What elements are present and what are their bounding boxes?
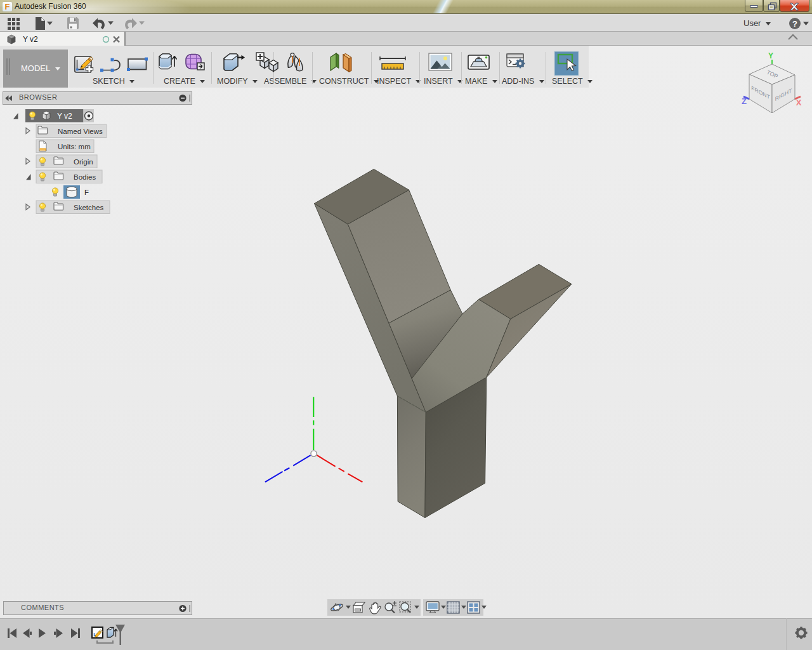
svg-text:Named Views: Named Views (58, 128, 103, 135)
svg-text:?: ? (792, 19, 797, 29)
svg-text:F: F (84, 189, 89, 196)
svg-text:Sketches: Sketches (74, 204, 104, 211)
svg-text:X: X (796, 98, 802, 107)
svg-text:Y: Y (768, 51, 773, 60)
svg-text:Y v2: Y v2 (57, 112, 72, 121)
svg-text:Units: mm: Units: mm (58, 143, 91, 150)
svg-text:Origin: Origin (74, 158, 93, 166)
svg-text:Bodies: Bodies (74, 173, 96, 181)
svg-text:Z: Z (742, 96, 747, 106)
